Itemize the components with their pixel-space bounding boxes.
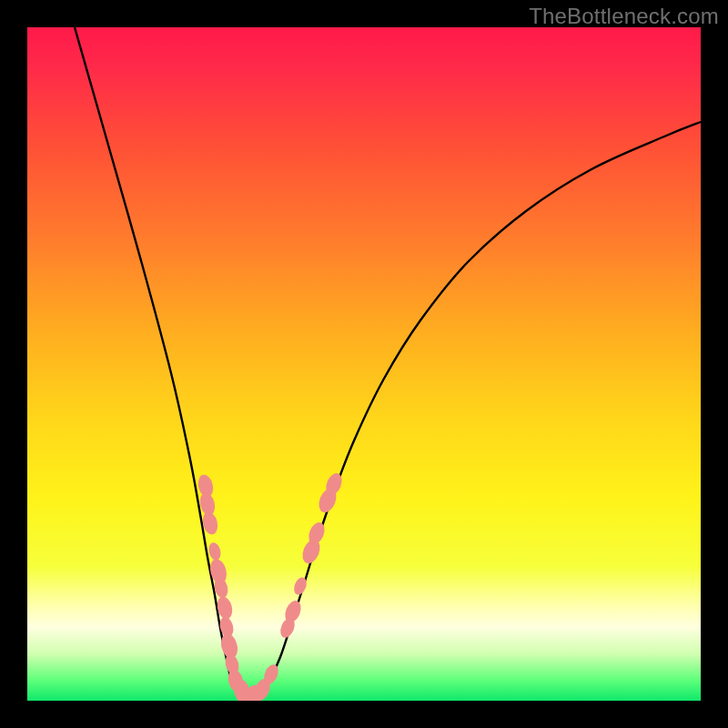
- chart-svg: [27, 27, 701, 701]
- chart-frame: TheBottleneck.com: [0, 0, 728, 728]
- plot-area: [27, 27, 701, 701]
- gradient-background: [27, 27, 701, 701]
- watermark-text: TheBottleneck.com: [529, 4, 719, 29]
